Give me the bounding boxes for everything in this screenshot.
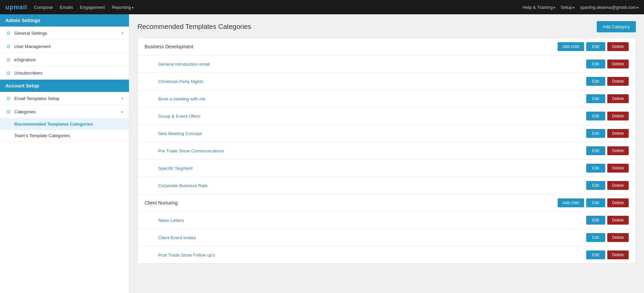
edit-button[interactable]: Edit [586,216,606,225]
sidebar-item-user-management[interactable]: ⊙ User Management [0,40,129,53]
sidebar-label-categories: Categories [14,109,36,114]
category-row-child: Client Event Invites Edit Delete [138,229,635,246]
nav-emails[interactable]: Emails [60,5,73,10]
add-category-button[interactable]: Add Category [597,21,636,32]
category-child-name: News Letters [158,218,586,223]
sidebar-sub-teams-template[interactable]: Team's Template Categories [0,130,129,142]
delete-button[interactable]: Delete [607,216,629,225]
sidebar-item-esignature[interactable]: ⊙ eSignature [0,53,129,66]
top-nav: upmail Compose Emails Engagement Reporti… [0,0,644,14]
parent-row-actions: Add child Edit Delete [558,42,629,51]
sidebar: Admin Settings ⊙ General Settings ▾ ⊙ Us… [0,14,129,293]
admin-settings-header: Admin Settings [0,14,129,27]
category-row-child: Post Trade Show Follow up's Edit Delete [138,246,635,264]
main-content: Recommended Templates Categories Add Cat… [129,14,644,293]
delete-button[interactable]: Delete [607,198,629,207]
category-child-name: New Meeting Concept [158,131,586,136]
delete-button[interactable]: Delete [607,112,629,120]
top-nav-left: upmail Compose Emails Engagement Reporti… [5,4,133,11]
sidebar-label-email-templates: Email Templates Setup [14,96,60,101]
circle-icon-5: ⊙ [5,95,12,101]
child-row-actions: Edit Delete [586,250,629,259]
edit-button[interactable]: Edit [586,164,606,173]
categories-arrow: ▸ [121,110,123,114]
category-child-name: General introduction email [158,62,586,67]
delete-button[interactable]: Delete [607,164,629,173]
categories-table: Business Development Add child Edit Dele… [137,38,636,264]
circle-icon-6: ⊙ [5,109,12,115]
sidebar-item-categories[interactable]: ⊙ Categories ▸ [0,105,129,118]
logo[interactable]: upmail [5,4,27,11]
sidebar-item-email-templates-setup[interactable]: ⊙ Email Templates Setup ▾ [0,92,129,105]
edit-button[interactable]: Edit [586,77,606,86]
help-dropdown-arrow: ▾ [554,6,555,10]
child-row-actions: Edit Delete [586,146,629,155]
circle-icon-3: ⊙ [5,56,12,63]
setup-dropdown-arrow: ▾ [573,6,575,10]
category-row-child: Specific Segment Edit Delete [138,160,635,177]
delete-button[interactable]: Delete [607,233,629,242]
category-row-child: Pre Trade Show Communications Edit Delet… [138,142,635,160]
delete-button[interactable]: Delete [607,42,629,51]
edit-button[interactable]: Edit [586,112,606,120]
category-row-child: General introduction email Edit Delete [138,55,635,73]
sidebar-label-unsubscribers: Unsubscribers [14,70,43,76]
child-row-actions: Edit Delete [586,181,629,190]
sidebar-sub-recommended-templates[interactable]: Recommended Templates Categories [0,118,129,130]
account-dropdown-arrow: ▾ [637,6,639,10]
add-child-button[interactable]: Add child [558,42,584,51]
edit-button[interactable]: Edit [586,198,606,207]
category-row-child: News Letters Edit Delete [138,212,635,229]
nav-user-account[interactable]: sparling.deanna@gmail.com▾ [580,5,639,10]
circle-icon-4: ⊙ [5,70,12,76]
edit-button[interactable]: Edit [586,181,606,190]
delete-button[interactable]: Delete [607,146,629,155]
delete-button[interactable]: Delete [607,94,629,103]
delete-button[interactable]: Delete [607,77,629,86]
nav-setup[interactable]: Setup▾ [561,5,575,10]
nav-help-training[interactable]: Help & Training▾ [523,5,555,10]
logo-mail: mail [14,4,27,11]
top-nav-right: Help & Training▾ Setup▾ sparling.deanna@… [523,5,639,10]
child-row-actions: Edit Delete [586,77,629,86]
sidebar-item-unsubscribers[interactable]: ⊙ Unsubscribers [0,66,129,80]
category-child-name: Group & Event Offers [158,114,586,119]
general-settings-arrow: ▾ [121,31,123,35]
edit-button[interactable]: Edit [586,146,606,155]
edit-button[interactable]: Edit [586,42,606,51]
edit-button[interactable]: Edit [586,233,606,242]
child-row-actions: Edit Delete [586,60,629,68]
category-row-child: Book a meeting with me Edit Delete [138,90,635,108]
delete-button[interactable]: Delete [607,129,629,138]
category-row-parent: Client Nurturing Add child Edit Delete [138,194,635,212]
sidebar-label-general-settings: General Settings [14,31,47,36]
sidebar-item-general-settings[interactable]: ⊙ General Settings ▾ [0,27,129,40]
delete-button[interactable]: Delete [607,250,629,259]
category-child-name: Post Trade Show Follow up's [158,253,586,258]
delete-button[interactable]: Delete [607,60,629,68]
category-row-child: Corporate Business Rate Edit Delete [138,177,635,194]
category-row-child: Group & Event Offers Edit Delete [138,108,635,125]
child-row-actions: Edit Delete [586,129,629,138]
edit-button[interactable]: Edit [586,94,606,103]
page-header: Recommended Templates Categories Add Cat… [137,21,636,32]
edit-button[interactable]: Edit [586,129,606,138]
nav-engagement[interactable]: Engagement [80,5,105,10]
category-child-name: Christmas Party Nights [158,79,586,84]
nav-compose[interactable]: Compose [34,5,53,10]
child-row-actions: Edit Delete [586,216,629,225]
edit-button[interactable]: Edit [586,60,606,68]
child-row-actions: Edit Delete [586,164,629,173]
category-row-child: New Meeting Concept Edit Delete [138,125,635,142]
circle-icon-2: ⊙ [5,43,12,49]
category-child-name: Specific Segment [158,166,586,171]
child-row-actions: Edit Delete [586,233,629,242]
child-row-actions: Edit Delete [586,112,629,120]
edit-button[interactable]: Edit [586,250,606,259]
delete-button[interactable]: Delete [607,181,629,190]
add-child-button[interactable]: Add child [558,198,584,207]
category-child-name: Corporate Business Rate [158,183,586,188]
nav-reporting[interactable]: Reporting▾ [112,5,133,10]
reporting-dropdown-arrow: ▾ [132,6,133,10]
category-row-parent: Business Development Add child Edit Dele… [138,38,635,55]
